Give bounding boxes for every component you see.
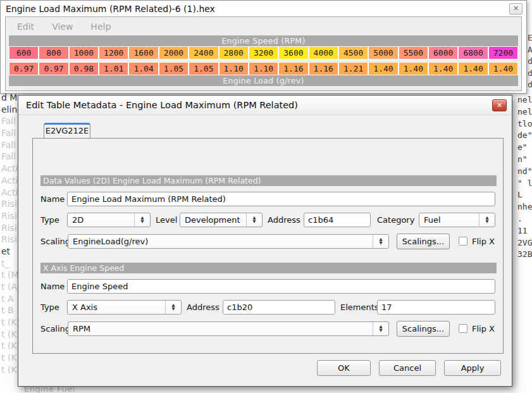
close-icon[interactable]: ✕ <box>492 99 507 111</box>
rpm-axis-cell[interactable]: 800 <box>39 47 68 59</box>
axis-name-input[interactable] <box>67 279 495 294</box>
axis-type-select[interactable]: X Axis ▲▼ <box>67 300 182 315</box>
background-text-fragment: d <box>528 80 532 92</box>
scaling-label: Scaling <box>40 321 70 337</box>
scaling-label: Scaling <box>40 234 70 249</box>
cancel-button[interactable]: Cancel <box>379 360 436 376</box>
load-data-cell[interactable]: 0.98 <box>70 63 98 75</box>
data-footer: Engine Load (g/rev) <box>9 75 518 86</box>
background-text-fragment: L <box>517 190 532 202</box>
level-select-value: Development <box>180 215 246 225</box>
menu-item[interactable]: Edit <box>15 20 37 33</box>
load-data-cell[interactable]: 1.01 <box>99 63 128 75</box>
rpm-axis-cell[interactable]: 2000 <box>159 47 188 59</box>
elements-label: Elements <box>340 299 379 315</box>
background-text-fragment: de" <box>517 130 532 142</box>
rpm-axis-cell[interactable]: 4000 <box>309 47 338 59</box>
arrow-down-icon: ▼ <box>380 242 383 246</box>
load-data-cell[interactable]: 1.16 <box>279 63 307 75</box>
flip-x-checkbox[interactable] <box>459 237 467 246</box>
data-table: Engine Speed (RPM) 600800100012001600200… <box>9 35 518 86</box>
axis-scaling-row: Scaling RPM ▲▼ Scalings... Flip X <box>33 321 503 337</box>
rpm-axis-cell[interactable]: 2400 <box>189 47 218 59</box>
rpm-axis-cell[interactable]: 2800 <box>220 47 248 59</box>
load-data-cell[interactable]: 1.40 <box>399 63 428 75</box>
rpm-axis-cell[interactable]: 1600 <box>129 47 158 59</box>
category-select-value: Fuel <box>419 215 479 225</box>
axis-type-row: Type X Axis ▲▼ Address Elements <box>33 299 503 315</box>
rpm-axis-cell[interactable]: 3200 <box>249 47 278 59</box>
background-text-fragment: nel <box>517 95 532 107</box>
background-text-fragment: tlo <box>517 119 532 131</box>
background-text-right-top: EAddd <box>528 33 532 92</box>
load-data-cell[interactable]: 0.97 <box>39 63 68 75</box>
background-text-fragment: e" <box>517 142 532 154</box>
axis-name-row: Name <box>33 278 503 294</box>
ok-button[interactable]: OK <box>317 360 371 376</box>
background-text-fragment: . <box>517 214 532 226</box>
load-data-cell[interactable]: 1.10 <box>249 63 278 75</box>
menu-bar: EditViewHelp <box>6 17 521 35</box>
rpm-axis-cell[interactable]: 5500 <box>399 47 428 59</box>
spinner-arrows-icon: ▲▼ <box>479 213 495 227</box>
load-data-cell[interactable]: 0.97 <box>9 63 38 75</box>
axis-scalings-button[interactable]: Scalings... <box>397 321 450 337</box>
category-select[interactable]: Fuel ▲▼ <box>419 213 495 227</box>
load-data-cell[interactable]: 1.10 <box>220 63 248 75</box>
background-text-fragment: 2VG <box>517 238 532 250</box>
load-data-row: 0.970.970.981.011.041.051.051.101.101.16… <box>9 62 518 75</box>
name-label: Name <box>40 278 65 294</box>
load-data-cell[interactable]: 1.05 <box>159 63 188 75</box>
load-data-cell[interactable]: 1.04 <box>129 63 158 75</box>
spinner-arrows-icon: ▲▼ <box>165 301 181 314</box>
rpm-axis-cell[interactable]: 6800 <box>459 47 487 59</box>
table-editor-window: Engine Load Maximum (RPM Related)-6 (1).… <box>0 0 527 94</box>
address-input[interactable] <box>304 213 371 227</box>
background-text-fragment: d <box>528 56 532 68</box>
rpm-axis-cell[interactable]: 3600 <box>279 47 307 59</box>
background-xml-text: nelneltlode"e"n"nd"" lLnhe.112VG32B <box>517 95 532 261</box>
axis-flip-x-checkbox[interactable] <box>459 324 467 333</box>
type-label: Type <box>40 212 59 228</box>
arrow-down-icon: ▼ <box>380 329 383 333</box>
type-select[interactable]: 2D ▲▼ <box>67 213 151 227</box>
data-scaling-row: Scaling EngineLoad(g/rev) ▲▼ Scalings...… <box>33 234 503 249</box>
load-data-cell[interactable]: 1.21 <box>339 63 368 75</box>
rpm-axis-cell[interactable]: 600 <box>9 47 38 59</box>
rpm-axis-cell[interactable]: 1000 <box>70 47 98 59</box>
axis-scaling-select[interactable]: RPM ▲▼ <box>68 321 389 336</box>
rpm-axis-cell[interactable]: 4500 <box>339 47 368 59</box>
axis-type-select-value: X Axis <box>68 303 165 312</box>
flip-x-label: Flip X <box>472 321 495 337</box>
background-text-fragment: E <box>528 33 532 45</box>
spinner-arrows-icon: ▲▼ <box>373 322 388 335</box>
background-text-fragment: n" <box>517 154 532 166</box>
load-data-cell[interactable]: 1.40 <box>369 63 397 75</box>
apply-button[interactable]: Apply <box>444 360 501 376</box>
rpm-axis-cell[interactable]: 7200 <box>489 47 517 59</box>
elements-input[interactable] <box>377 300 495 315</box>
scaling-select-value: EngineLoad(g/rev) <box>68 237 373 246</box>
load-data-cell[interactable]: 1.05 <box>189 63 218 75</box>
load-data-cell[interactable]: 1.16 <box>309 63 338 75</box>
table-name-input[interactable] <box>67 192 495 206</box>
rpm-axis-cell[interactable]: 6000 <box>429 47 457 59</box>
scalings-button[interactable]: Scalings... <box>397 234 450 249</box>
rpm-axis-cell[interactable]: 1200 <box>99 47 128 59</box>
data-type-row: Type 2D ▲▼ Level Development ▲▼ Address … <box>33 212 503 228</box>
load-data-cell[interactable]: 1.40 <box>489 63 517 75</box>
menu-item[interactable]: View <box>49 20 75 33</box>
level-select[interactable]: Development ▲▼ <box>180 213 263 227</box>
background-text-fragment: A <box>528 45 532 57</box>
menu-item[interactable]: Help <box>88 20 113 33</box>
load-data-cell[interactable]: 1.40 <box>429 63 457 75</box>
close-icon[interactable]: ✕ <box>509 3 523 15</box>
background-text-fragment: 11 <box>517 226 532 238</box>
load-data-cell[interactable]: 1.40 <box>459 63 487 75</box>
background-text-fragment: nel <box>517 107 532 119</box>
scaling-select[interactable]: EngineLoad(g/rev) ▲▼ <box>68 234 389 249</box>
axis-address-input[interactable] <box>223 300 335 315</box>
tab-e2vg212e[interactable]: E2VG212E <box>44 123 90 138</box>
rpm-axis-cell[interactable]: 5000 <box>369 47 397 59</box>
axis-scaling-select-value: RPM <box>68 324 373 334</box>
